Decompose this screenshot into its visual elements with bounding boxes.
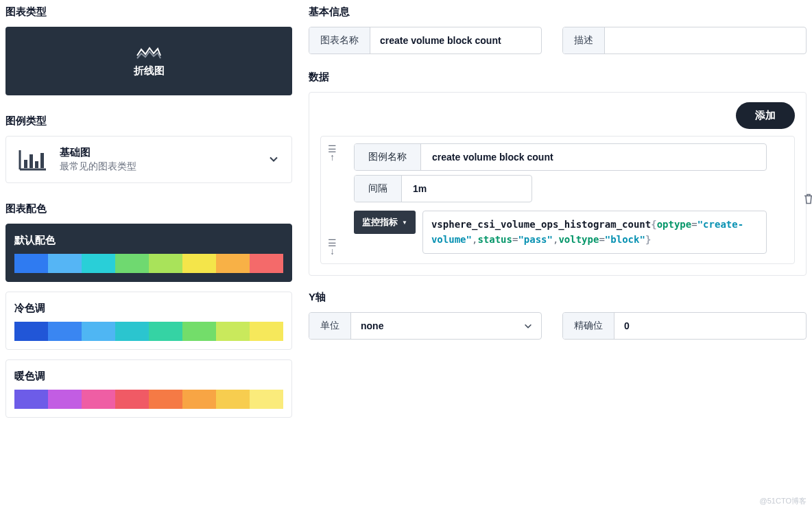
color-swatch: [182, 390, 216, 409]
trash-icon[interactable]: [803, 193, 812, 207]
swatch-row: [14, 390, 283, 409]
color-swatch: [82, 254, 115, 273]
svg-rect-3: [29, 154, 33, 168]
color-swatch: [250, 390, 283, 409]
color-swatch: [48, 322, 82, 341]
color-swatch: [182, 254, 216, 273]
legend-card-title: 基础图: [60, 146, 136, 159]
legend-type-title: 图例类型: [5, 115, 292, 128]
palette-card[interactable]: 冷色调: [5, 292, 292, 350]
legend-type-card[interactable]: 基础图 最常见的图表类型: [5, 136, 292, 183]
data-panel: 添加 ☰ ↑ ☰ ↓ 图例名称 create volume block coun…: [309, 92, 807, 276]
color-swatch: [82, 322, 115, 341]
svg-rect-2: [24, 160, 27, 168]
data-title: 数据: [309, 71, 807, 84]
palette-card[interactable]: 暖色调: [5, 359, 292, 418]
color-swatch: [216, 390, 250, 409]
svg-rect-5: [40, 153, 44, 168]
chart-name-value[interactable]: create volume block count: [370, 27, 541, 54]
metric-tag-label: 监控指标: [362, 216, 398, 228]
bar-chart-icon: [19, 149, 46, 171]
palette-card[interactable]: 默认配色: [5, 224, 292, 282]
color-swatch: [48, 254, 82, 273]
move-up-icon[interactable]: ↑: [330, 152, 335, 163]
chart-name-field[interactable]: 图表名称 create volume block count: [309, 27, 542, 54]
caret-down-icon: ▼: [402, 220, 407, 226]
add-button[interactable]: 添加: [736, 102, 795, 129]
color-swatch: [149, 254, 182, 273]
legend-name-field[interactable]: 图例名称 create volume block count: [354, 143, 767, 171]
svg-rect-4: [35, 161, 38, 168]
palette-name: 冷色调: [14, 302, 283, 315]
unit-field[interactable]: 单位 none: [309, 312, 542, 340]
basic-info-title: 基本信息: [309, 5, 807, 19]
color-swatch: [216, 254, 250, 273]
description-field[interactable]: 描述: [562, 27, 807, 54]
color-swatch: [82, 390, 115, 409]
color-swatch: [14, 322, 48, 341]
description-value[interactable]: [605, 27, 806, 54]
interval-label: 间隔: [355, 176, 402, 202]
color-swatch: [115, 322, 149, 341]
color-swatch: [149, 322, 182, 341]
precision-value[interactable]: 0: [614, 313, 806, 339]
interval-value[interactable]: 1m: [402, 176, 532, 202]
legend-name-value[interactable]: create volume block count: [421, 144, 766, 170]
metric-tag[interactable]: 监控指标 ▼: [354, 211, 416, 234]
swatch-row: [14, 322, 283, 341]
color-swatch: [14, 254, 48, 273]
palette-name: 默认配色: [14, 234, 283, 247]
precision-label: 精确位: [563, 313, 614, 339]
color-swatch: [250, 322, 283, 341]
palette-name: 暖色调: [14, 370, 283, 383]
color-swatch: [182, 322, 216, 341]
color-swatch: [48, 390, 82, 409]
yaxis-title: Y轴: [309, 291, 807, 304]
color-swatch: [115, 390, 149, 409]
legend-name-label: 图例名称: [355, 144, 421, 170]
color-swatch: [149, 390, 182, 409]
color-swatch: [216, 322, 250, 341]
interval-field[interactable]: 间隔 1m: [354, 175, 532, 202]
chart-type-label: 折线图: [134, 64, 165, 78]
color-swatch: [250, 254, 283, 273]
color-swatch: [115, 254, 149, 273]
line-chart-icon: [136, 45, 161, 59]
chart-name-label: 图表名称: [309, 27, 370, 54]
chevron-down-icon: [523, 313, 541, 339]
color-swatch: [14, 390, 48, 409]
swatch-row: [14, 254, 283, 273]
move-down-icon[interactable]: ↓: [330, 246, 335, 257]
chart-type-title: 图表类型: [5, 5, 292, 19]
metric-expression[interactable]: vsphere_csi_volume_ops_histogram_count{o…: [422, 211, 767, 254]
legend-card-subtitle: 最常见的图表类型: [60, 161, 136, 173]
series-box: ☰ ↑ ☰ ↓ 图例名称 create volume block count 间…: [320, 136, 795, 264]
palette-title: 图表配色: [5, 202, 292, 215]
unit-value: none: [351, 313, 523, 339]
chart-type-card[interactable]: 折线图: [5, 27, 292, 95]
precision-field[interactable]: 精确位 0: [562, 312, 807, 340]
unit-label: 单位: [309, 313, 351, 339]
chevron-down-icon: [268, 153, 279, 166]
description-label: 描述: [563, 27, 605, 54]
